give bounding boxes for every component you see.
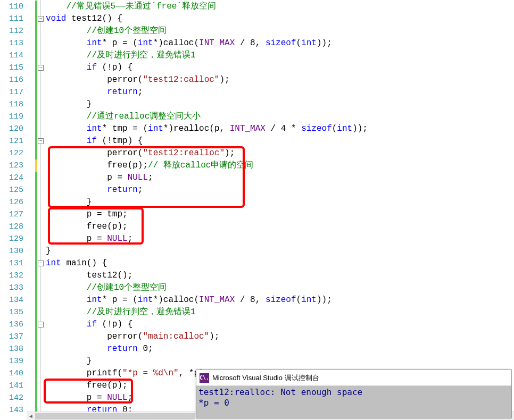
- line-number: 124: [0, 172, 23, 184]
- fold-toggle[interactable]: −: [38, 138, 44, 144]
- line-number: 115: [0, 62, 23, 74]
- marker-fold-column: −−−−−: [27, 0, 44, 420]
- line-number: 132: [0, 270, 23, 282]
- code-line[interactable]: if (!p) {: [46, 62, 514, 74]
- debug-console-window[interactable]: C\. Microsoft Visual Studio 调试控制台 test12…: [196, 369, 512, 418]
- code-line[interactable]: return 0;: [46, 343, 514, 355]
- line-number: 110: [0, 1, 23, 13]
- line-number: 121: [0, 135, 23, 147]
- line-number-gutter: 1101111121131141151161171181191201211221…: [0, 0, 27, 420]
- code-line[interactable]: test12();: [46, 270, 514, 282]
- code-line[interactable]: free(p);// 释放calloc申请的空间: [46, 159, 514, 172]
- scroll-left-arrow[interactable]: ◄: [27, 412, 35, 420]
- code-line[interactable]: if (!tmp) {: [46, 135, 514, 147]
- line-number: 143: [0, 404, 23, 416]
- line-number: 131: [0, 257, 23, 270]
- code-line[interactable]: }: [46, 245, 514, 257]
- line-number: 141: [0, 380, 23, 392]
- code-line[interactable]: //通过realloc调整空间大小: [46, 111, 514, 123]
- console-title: Microsoft Visual Studio 调试控制台: [212, 373, 319, 383]
- fold-toggle[interactable]: −: [38, 322, 44, 327]
- console-line-2: *p = 0: [198, 398, 229, 408]
- line-number: 123: [0, 159, 23, 172]
- vs-icon: C\.: [200, 373, 209, 383]
- code-line[interactable]: }: [46, 98, 514, 111]
- line-number: 111: [0, 13, 23, 25]
- line-number: 112: [0, 25, 23, 37]
- console-line-1: test12:realloc: Not enough space: [198, 387, 362, 397]
- code-line[interactable]: int* tmp = (int*)realloc(p, INT_MAX / 4 …: [46, 123, 514, 135]
- code-line[interactable]: p = tmp;: [46, 208, 514, 221]
- console-output[interactable]: test12:realloc: Not enough space *p = 0: [196, 386, 511, 419]
- code-line[interactable]: int* p = (int*)calloc(INT_MAX / 8, sizeo…: [46, 294, 514, 306]
- code-line[interactable]: perror("test12:realloc");: [46, 147, 514, 159]
- line-number: 126: [0, 196, 23, 208]
- line-number: 130: [0, 245, 23, 257]
- code-line[interactable]: //及时进行判空，避免错误1: [46, 49, 514, 62]
- change-marker-green: [35, 1, 37, 416]
- scroll-thumb[interactable]: [35, 413, 195, 419]
- code-line[interactable]: int* p = (int*)calloc(INT_MAX / 8, sizeo…: [46, 37, 514, 49]
- line-number: 125: [0, 184, 23, 196]
- code-line[interactable]: }: [46, 196, 514, 208]
- line-number: 114: [0, 49, 23, 62]
- code-line[interactable]: return;: [46, 86, 514, 98]
- code-line[interactable]: p = NULL;: [46, 172, 514, 184]
- code-line[interactable]: p = NULL;: [46, 233, 514, 245]
- line-number: 128: [0, 221, 23, 233]
- fold-toggle[interactable]: −: [38, 16, 44, 22]
- fold-guide-line: [40, 0, 41, 420]
- fold-toggle[interactable]: −: [38, 65, 44, 71]
- line-number: 122: [0, 147, 23, 159]
- line-number: 134: [0, 294, 23, 306]
- code-line[interactable]: //常见错误5——未通过`free`释放空间: [46, 1, 514, 13]
- line-number: 117: [0, 86, 23, 98]
- code-line[interactable]: //创建10个整型空间: [46, 282, 514, 294]
- fold-toggle[interactable]: −: [38, 261, 44, 266]
- line-number: 127: [0, 208, 23, 221]
- line-number: 113: [0, 37, 23, 49]
- code-line[interactable]: int main() {: [46, 257, 514, 270]
- code-editor: 1101111121131141151161171181191201211221…: [0, 0, 514, 420]
- line-number: 140: [0, 367, 23, 380]
- line-number: 136: [0, 318, 23, 331]
- line-number: 135: [0, 306, 23, 318]
- code-line[interactable]: void test12() {: [46, 13, 514, 25]
- code-line[interactable]: perror("main:calloc");: [46, 331, 514, 343]
- code-line[interactable]: }: [46, 355, 514, 367]
- code-line[interactable]: if (!p) {: [46, 318, 514, 331]
- line-number: 119: [0, 111, 23, 123]
- code-line[interactable]: //创建10个整型空间: [46, 25, 514, 37]
- line-number: 142: [0, 392, 23, 404]
- change-marker-yellow: [35, 159, 37, 172]
- code-line[interactable]: perror("test12:calloc");: [46, 74, 514, 86]
- line-number: 133: [0, 282, 23, 294]
- code-line[interactable]: //及时进行判空，避免错误1: [46, 306, 514, 318]
- code-line[interactable]: return;: [46, 184, 514, 196]
- line-number: 120: [0, 123, 23, 135]
- line-number: 118: [0, 98, 23, 111]
- line-number: 139: [0, 355, 23, 367]
- line-number: 116: [0, 74, 23, 86]
- line-number: 138: [0, 343, 23, 355]
- code-line[interactable]: free(p);: [46, 221, 514, 233]
- console-titlebar[interactable]: C\. Microsoft Visual Studio 调试控制台: [196, 370, 511, 386]
- line-number: 129: [0, 233, 23, 245]
- line-number: 137: [0, 331, 23, 343]
- code-area[interactable]: //常见错误5——未通过`free`释放空间void test12() { //…: [44, 0, 514, 420]
